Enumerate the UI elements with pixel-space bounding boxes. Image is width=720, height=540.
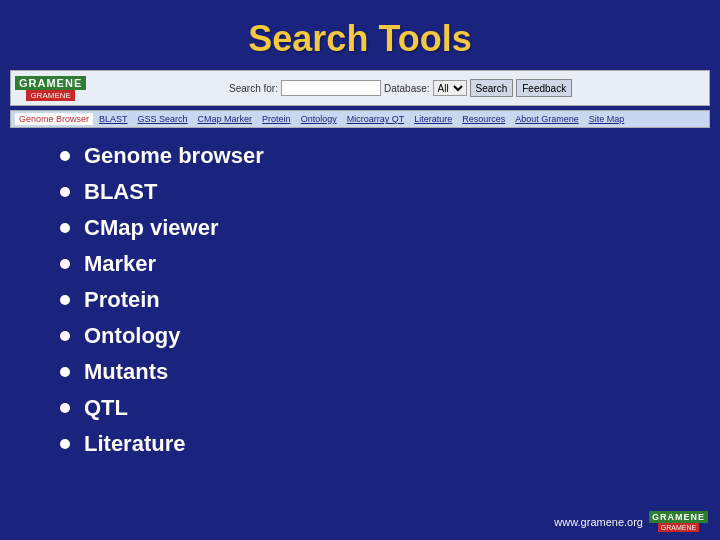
list-item: Mutants: [60, 359, 720, 385]
list-item: CMap viewer: [60, 215, 720, 241]
bullet-text: CMap viewer: [84, 215, 219, 241]
bullet-text: Ontology: [84, 323, 181, 349]
footer: www.gramene.org GRAMENE GRAMENE: [554, 511, 708, 532]
list-item-literature: Literature: [60, 431, 720, 457]
nav-item-ontology[interactable]: Ontology: [297, 113, 341, 125]
page-title: Search Tools: [0, 0, 720, 70]
list-item: QTL: [60, 395, 720, 421]
search-input[interactable]: [281, 80, 381, 96]
search-bar: Search for: Database: All Search Feedbac…: [96, 79, 705, 97]
bullet-text: BLAST: [84, 179, 157, 205]
bullet-dot: [60, 259, 70, 269]
nav-item-literature[interactable]: Literature: [410, 113, 456, 125]
database-select[interactable]: All: [433, 80, 467, 96]
list-item: Protein: [60, 287, 720, 313]
list-item: Ontology: [60, 323, 720, 349]
nav-item-genome-browser[interactable]: Genome Browser: [15, 113, 93, 125]
footer-logo: GRAMENE GRAMENE: [649, 511, 708, 532]
nav-bar: Genome Browser BLAST GSS Search CMap Mar…: [10, 110, 710, 128]
bullet-text: Protein: [84, 287, 160, 313]
list-item: BLAST: [60, 179, 720, 205]
nav-item-cmap[interactable]: CMap Marker: [194, 113, 257, 125]
bullet-text: QTL: [84, 395, 128, 421]
bullet-dot: [60, 439, 70, 449]
bullet-text: Mutants: [84, 359, 168, 385]
search-button[interactable]: Search: [470, 79, 514, 97]
nav-item-sitemap[interactable]: Site Map: [585, 113, 629, 125]
bullet-text: Marker: [84, 251, 156, 277]
nav-item-microarray[interactable]: Microarray QT: [343, 113, 409, 125]
bullet-dot: [60, 295, 70, 305]
bullet-text-literature: Literature: [84, 431, 185, 457]
bullet-dot: [60, 367, 70, 377]
list-item: Genome browser: [60, 143, 720, 169]
nav-item-gss[interactable]: GSS Search: [134, 113, 192, 125]
feedback-button[interactable]: Feedback: [516, 79, 572, 97]
gramene-logo: GRAMENE GRAMENE: [15, 76, 86, 101]
footer-url: www.gramene.org: [554, 516, 643, 528]
db-label: Database:: [384, 83, 430, 94]
bullet-dot: [60, 151, 70, 161]
bullet-dot: [60, 331, 70, 341]
gramene-toolbar: GRAMENE GRAMENE Search for: Database: Al…: [10, 70, 710, 106]
bullet-list: Genome browser BLAST CMap viewer Marker …: [0, 138, 720, 457]
bullet-dot: [60, 403, 70, 413]
nav-item-about[interactable]: About Gramene: [511, 113, 583, 125]
list-item: Marker: [60, 251, 720, 277]
nav-item-protein[interactable]: Protein: [258, 113, 295, 125]
bullet-dot: [60, 187, 70, 197]
bullet-dot: [60, 223, 70, 233]
search-label: Search for:: [229, 83, 278, 94]
nav-item-blast[interactable]: BLAST: [95, 113, 132, 125]
nav-item-resources[interactable]: Resources: [458, 113, 509, 125]
bullet-text: Genome browser: [84, 143, 264, 169]
